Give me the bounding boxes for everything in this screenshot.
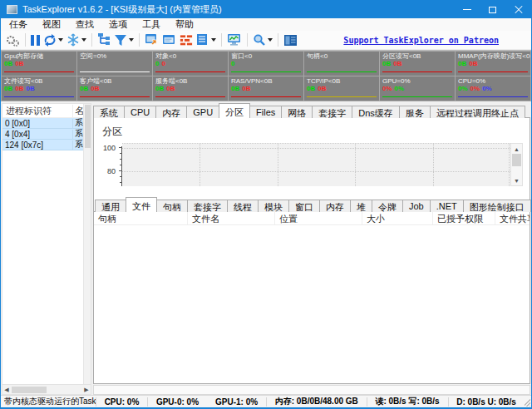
hscroll-thumb[interactable] xyxy=(12,387,47,393)
menu-help[interactable]: 帮助 xyxy=(168,18,201,31)
filter-button[interactable] xyxy=(112,32,135,48)
process-tree-button[interactable] xyxy=(96,32,112,48)
process-row-0[interactable]: 0 [0x0] 系统 xyxy=(2,118,83,129)
dtab-heap[interactable]: 堆 xyxy=(350,200,372,212)
firewall-icon xyxy=(180,34,193,47)
task-list-button[interactable] xyxy=(195,32,218,48)
column-size[interactable]: 大小 xyxy=(362,212,433,224)
tab-sockets[interactable]: 套接字 xyxy=(312,106,352,118)
monitor-cell-windows[interactable]: 窗口<0 0 xyxy=(229,52,303,76)
dtab-dotnet[interactable]: .NET xyxy=(430,200,464,212)
scroll-up-icon[interactable]: ▲ xyxy=(511,144,522,154)
freeze-button[interactable] xyxy=(65,32,88,48)
performance-monitor-button[interactable] xyxy=(225,32,244,48)
monitor-cell-ras-vpn[interactable]: RAS/VPN<0B 0B0B xyxy=(229,76,303,101)
status-disk-io[interactable]: 读: 0B/s 写: 0B/s xyxy=(367,396,447,407)
minimize-button[interactable] xyxy=(454,1,480,18)
menu-find[interactable]: 查找 xyxy=(68,18,101,31)
maximize-button[interactable] xyxy=(480,1,505,18)
dtab-memory[interactable]: 内存 xyxy=(319,200,351,212)
edit-window-button[interactable] xyxy=(160,32,178,48)
settings-gears-icon[interactable] xyxy=(3,32,22,48)
system-tab-bar: 系统 CPU 内存 GPU 分区 Files 网络 套接字 Dns缓存 服务 远… xyxy=(93,103,530,118)
column-location[interactable]: 位置 xyxy=(275,212,362,224)
list-dropdown-caret[interactable] xyxy=(211,38,216,42)
dtab-job[interactable]: Job xyxy=(402,200,431,212)
monitor-cell-gpu[interactable]: GPU=0% 0%0% xyxy=(380,76,455,101)
resize-grip[interactable] xyxy=(525,397,530,407)
status-gpu0[interactable]: GPU-0: 0% xyxy=(148,397,207,407)
scroll-left-icon[interactable]: ◀ xyxy=(2,386,11,394)
dtab-windows[interactable]: 窗口 xyxy=(288,200,320,212)
column-granted-access[interactable]: 已授予权限 xyxy=(433,212,495,224)
tab-memory[interactable]: 内存 xyxy=(155,106,187,118)
pause-button[interactable] xyxy=(29,32,42,48)
monitor-cell-partition-io[interactable]: 分区读写<0B 0B0B xyxy=(380,52,455,76)
file-table-body[interactable] xyxy=(94,225,530,383)
status-gpu1[interactable]: GPU-1: 0% xyxy=(207,397,266,407)
toolbar-separator xyxy=(139,33,140,47)
status-memory[interactable]: 内存: 0B/0B/48.00 GB xyxy=(267,396,367,407)
dtab-files[interactable]: 文件 xyxy=(126,197,157,212)
dtab-token[interactable]: 令牌 xyxy=(372,200,403,212)
menu-tasks[interactable]: 任务 xyxy=(2,18,35,31)
process-list-vscrollbar[interactable] xyxy=(83,104,91,384)
column-share-access[interactable]: 文件共享权限 xyxy=(495,212,530,224)
menu-options[interactable]: 选项 xyxy=(101,18,135,31)
tab-services[interactable]: 服务 xyxy=(399,106,431,118)
monitor-cell-gpu-memory[interactable]: Gpu内部存储 0B0B xyxy=(2,52,76,76)
panel-view-button[interactable] xyxy=(282,32,299,48)
status-cpu[interactable]: CPU: 0% xyxy=(96,397,148,407)
detail-hscrollbar[interactable] xyxy=(93,385,530,395)
tab-rpc-endpoints[interactable]: 远程过程调用终止点 xyxy=(430,106,525,118)
tab-cpu[interactable]: CPU xyxy=(124,106,156,118)
monitor-cell-objects[interactable]: 对象<0 00 xyxy=(153,52,228,76)
status-net-io[interactable]: D: 0B/s U: 0B/s xyxy=(448,397,525,407)
column-name[interactable]: 名称 xyxy=(73,105,83,117)
column-handle[interactable]: 句柄 xyxy=(94,212,188,224)
process-row-124[interactable]: 124 [0x7c] 系统 xyxy=(2,140,83,150)
tab-system[interactable]: 系统 xyxy=(93,106,125,118)
tab-partitions[interactable]: 分区 xyxy=(219,103,250,118)
refresh-button[interactable] xyxy=(42,32,65,48)
dtab-general[interactable]: 通用 xyxy=(95,200,126,212)
monitor-cell-file-io[interactable]: 文件读写<0B 0B0B0B xyxy=(2,76,76,101)
monitor-cell-cpu[interactable]: CPU=0% 0%0%0% xyxy=(456,76,530,101)
search-dropdown-caret[interactable] xyxy=(268,38,273,42)
chart-vscrollbar[interactable]: ▲ ▼ xyxy=(510,143,523,186)
tab-network[interactable]: 网络 xyxy=(281,106,313,118)
dtab-threads[interactable]: 线程 xyxy=(227,200,259,212)
dtab-modules[interactable]: 模块 xyxy=(258,200,289,212)
tab-dns-cache[interactable]: Dns缓存 xyxy=(352,106,400,118)
refresh-dropdown-caret[interactable] xyxy=(58,38,63,42)
menu-tools[interactable]: 工具 xyxy=(135,18,168,31)
vscroll-thumb[interactable] xyxy=(512,154,521,166)
process-list-hscrollbar[interactable]: ◀ ▶ xyxy=(2,385,91,395)
monitor-cell-server[interactable]: 服务端<0B 0B0B xyxy=(153,76,228,101)
scroll-right-icon[interactable]: ▶ xyxy=(82,386,91,394)
monitor-cell-client[interactable]: 客户端<0B 0B0B xyxy=(77,76,152,101)
process-list-header: 进程标识符 名称 xyxy=(2,104,83,118)
filter-dropdown-caret[interactable] xyxy=(129,38,134,42)
monitor-cell-space[interactable]: 空间=0% xyxy=(77,52,152,76)
monitor-cell-tcp-ip[interactable]: TCP/IP<0B 0B0B xyxy=(304,76,379,101)
chart-plot-area xyxy=(122,143,510,186)
monitor-cell-mmap-io[interactable]: MMAP(内存映射)读写<0B 0B0B xyxy=(456,52,530,76)
dtab-gdi[interactable]: 图形绘制接口 xyxy=(463,200,531,212)
dtab-handles[interactable]: 句柄 xyxy=(156,200,188,212)
patreon-link[interactable]: Support TaskExplorer on Patreon xyxy=(343,36,499,45)
close-button[interactable] xyxy=(505,1,531,18)
firewall-button[interactable] xyxy=(178,32,195,48)
column-pid[interactable]: 进程标识符 xyxy=(2,105,73,117)
menu-view[interactable]: 视图 xyxy=(35,18,68,31)
column-filename[interactable]: 文件名 xyxy=(188,212,275,224)
tab-gpu[interactable]: GPU xyxy=(186,106,219,118)
scroll-down-icon[interactable]: ▼ xyxy=(511,175,522,185)
freeze-dropdown-caret[interactable] xyxy=(81,38,86,42)
process-row-4[interactable]: 4 [0x4] 系统 xyxy=(2,129,83,140)
dtab-sockets[interactable]: 套接字 xyxy=(187,200,228,212)
search-button[interactable] xyxy=(251,32,274,48)
open-window-button[interactable] xyxy=(143,32,160,48)
monitor-cell-handles[interactable]: 句柄<0 xyxy=(304,52,379,76)
tab-files[interactable]: Files xyxy=(249,106,282,118)
